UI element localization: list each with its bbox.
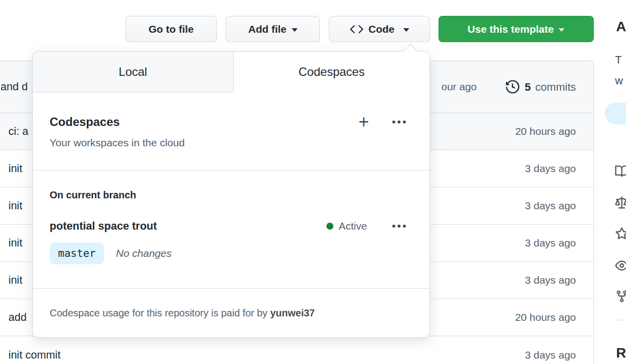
code-dropdown-popover: Local Codespaces Codespaces + ••• Your w… xyxy=(32,51,430,338)
codespaces-header-section: Codespaces + ••• Your workspaces in the … xyxy=(33,92,430,171)
github-repo-page: and d our ago 5 commits ci: a 20 hours a… xyxy=(0,0,626,364)
history-icon xyxy=(506,80,519,94)
add-file-button[interactable]: Add file xyxy=(226,16,320,42)
latest-commit-time: our ago xyxy=(441,81,477,93)
readme-book-icon[interactable] xyxy=(615,165,626,178)
file-commit-time: 20 hours ago xyxy=(515,125,576,137)
file-commit-time: 3 days ago xyxy=(525,237,576,249)
sidebar-divider xyxy=(615,320,626,320)
tab-codespaces-label: Codespaces xyxy=(299,65,365,79)
codespace-status-label: Active xyxy=(339,220,367,232)
about-description-line: T xyxy=(615,54,622,66)
codespaces-title: Codespaces xyxy=(50,115,359,129)
file-commit-time: 20 hours ago xyxy=(515,311,576,323)
chevron-down-icon xyxy=(292,28,298,32)
file-commit-message[interactable]: add xyxy=(8,311,27,324)
fork-icon[interactable] xyxy=(615,290,626,303)
about-heading: A xyxy=(616,19,626,35)
commits-label: commits xyxy=(535,80,576,93)
commit-history-link[interactable]: 5 commits xyxy=(506,80,576,94)
new-codespace-plus-button[interactable]: + xyxy=(359,115,369,129)
file-commit-message[interactable]: ci: a xyxy=(8,125,28,138)
code-icon xyxy=(350,24,364,34)
current-branch-section: On current branch potential space trout … xyxy=(33,171,430,289)
file-row[interactable]: init commit 3 days ago xyxy=(0,336,593,364)
about-description-line: w xyxy=(615,74,623,87)
codespaces-subtitle: Your workspaces in the cloud xyxy=(50,136,413,149)
branch-badge[interactable]: master xyxy=(50,243,104,264)
file-commit-message[interactable]: init xyxy=(8,274,22,287)
codespace-kebab-menu-button[interactable]: ••• xyxy=(392,219,408,234)
go-to-file-button[interactable]: Go to file xyxy=(125,16,217,42)
topic-badge[interactable] xyxy=(605,103,626,124)
code-button[interactable]: Code xyxy=(329,16,430,42)
code-popover-tabs: Local Codespaces xyxy=(33,52,430,92)
watch-eye-icon[interactable] xyxy=(615,259,626,272)
use-this-template-label: Use this template xyxy=(468,23,554,35)
tab-local[interactable]: Local xyxy=(33,52,234,92)
use-this-template-button[interactable]: Use this template xyxy=(438,16,594,42)
file-commit-message[interactable]: init xyxy=(8,162,22,175)
usage-text: Codespace usage for this repository is p… xyxy=(50,307,267,318)
go-to-file-label: Go to file xyxy=(149,23,194,35)
chevron-down-icon xyxy=(559,28,564,32)
codespace-name-link[interactable]: potential space trout xyxy=(50,219,326,233)
star-icon[interactable] xyxy=(615,227,626,241)
chevron-down-icon xyxy=(403,28,409,32)
no-changes-label: No changes xyxy=(116,247,172,259)
codespace-usage-footer: Codespace usage for this repository is p… xyxy=(33,289,430,338)
file-commit-time: 3 days ago xyxy=(525,274,576,286)
releases-heading: R xyxy=(616,345,626,361)
file-commit-message[interactable]: init commit xyxy=(8,349,61,362)
file-commit-time: 3 days ago xyxy=(525,200,576,212)
file-commit-time: 3 days ago xyxy=(525,163,576,175)
license-law-icon[interactable] xyxy=(615,196,626,210)
on-current-branch-label: On current branch xyxy=(50,189,413,201)
tab-codespaces[interactable]: Codespaces xyxy=(234,52,430,92)
codespaces-kebab-menu-button[interactable]: ••• xyxy=(392,115,408,129)
usage-owner: yunwei37 xyxy=(270,307,315,318)
tab-local-label: Local xyxy=(119,65,147,79)
commit-count: 5 xyxy=(525,80,531,93)
file-commit-message[interactable]: init xyxy=(8,199,22,212)
add-file-label: Add file xyxy=(249,23,287,35)
latest-commit-message[interactable]: and d xyxy=(0,80,28,93)
code-label: Code xyxy=(369,23,395,35)
file-commit-message[interactable]: init xyxy=(8,237,22,249)
active-status-dot-icon xyxy=(326,223,333,230)
codespace-status: Active xyxy=(326,220,367,232)
file-commit-time: 3 days ago xyxy=(525,349,576,361)
